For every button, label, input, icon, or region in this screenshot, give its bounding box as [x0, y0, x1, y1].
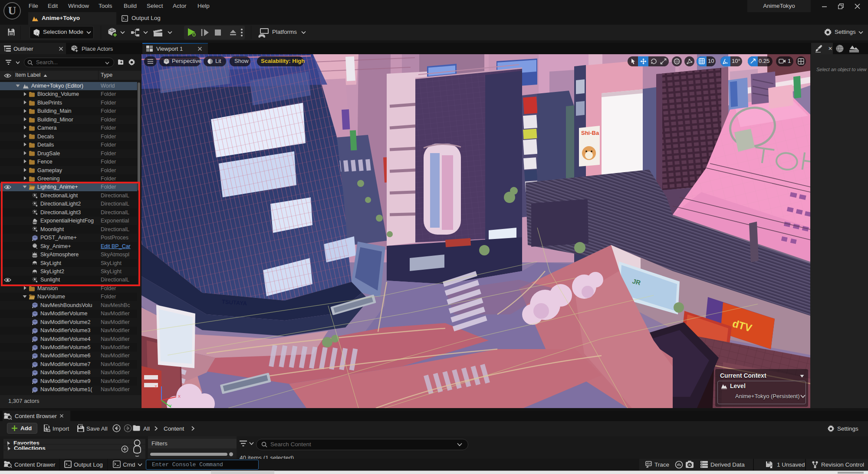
svg-text:Shi-Ba: Shi-Ba	[581, 130, 599, 136]
svg-text:U: U	[8, 4, 16, 17]
svg-text:Z: Z	[155, 385, 157, 389]
svg-text:X: X	[178, 394, 181, 399]
svg-text:Y: Y	[169, 404, 172, 408]
